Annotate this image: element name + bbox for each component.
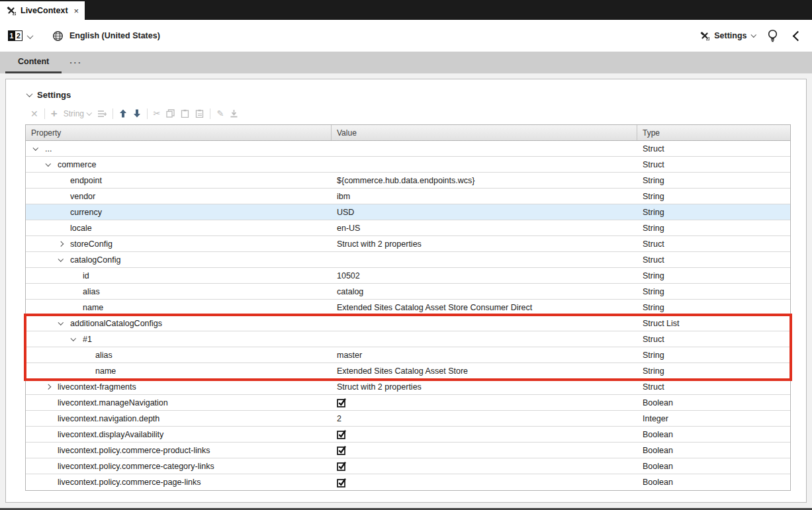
checked-checkbox-icon[interactable] xyxy=(337,429,347,439)
table-row[interactable]: vendoribmString xyxy=(26,189,790,204)
table-row[interactable]: catalogConfigStruct xyxy=(26,252,790,268)
workspace: Settings ✕ + String ✂ xyxy=(0,73,812,508)
table-row[interactable]: livecontext.displayAvailabilityBoolean xyxy=(26,427,790,443)
more-tabs-button[interactable]: ··· xyxy=(62,52,90,73)
type-cell: Struct xyxy=(637,252,790,267)
property-type-dropdown[interactable]: String xyxy=(64,109,91,118)
site-switcher-chevron-icon[interactable] xyxy=(28,30,32,42)
chevron-down-icon xyxy=(750,32,756,38)
collapse-node-chevron-icon[interactable] xyxy=(59,258,70,262)
table-row[interactable]: #1Struct xyxy=(26,331,790,347)
paste-special-button[interactable] xyxy=(195,109,204,118)
value-cell: en-US xyxy=(332,220,637,235)
collapse-panel-chevron-icon[interactable] xyxy=(793,30,803,41)
toolbar-separator xyxy=(210,108,210,119)
more-tabs-icon: ··· xyxy=(69,58,82,67)
property-name: livecontext.manageNavigation xyxy=(58,398,168,407)
type-cell: Integer xyxy=(637,411,790,426)
move-down-button[interactable] xyxy=(133,109,141,118)
tab-content[interactable]: Content xyxy=(5,52,62,73)
main-toolbar: 1 2 English (United States) Settings xyxy=(0,20,812,52)
property-name: locale xyxy=(70,224,92,233)
type-cell: Struct xyxy=(637,157,790,172)
globe-icon xyxy=(52,30,64,42)
copy-button[interactable] xyxy=(166,109,175,118)
add-multiple-properties-icon[interactable] xyxy=(97,110,107,118)
type-cell: Boolean xyxy=(637,443,790,458)
chevron-down-icon xyxy=(87,110,92,115)
remove-property-button[interactable]: ✕ xyxy=(30,109,38,118)
struct-property-table: Property Value Type ...StructcommerceStr… xyxy=(25,124,791,491)
table-row[interactable]: livecontext.navigation.depth2Integer xyxy=(26,411,790,427)
cut-button[interactable]: ✂ xyxy=(154,109,161,118)
value-cell: Struct with 2 properties xyxy=(332,379,637,394)
column-header-value[interactable]: Value xyxy=(332,125,637,140)
table-row[interactable]: livecontext.policy.commerce-product-link… xyxy=(26,443,790,458)
table-row[interactable]: livecontext.manageNavigationBoolean xyxy=(26,395,790,411)
type-cell: String xyxy=(637,204,790,220)
table-row[interactable]: nameExtended Sites Catalog Asset StoreSt… xyxy=(26,363,790,379)
column-header-property[interactable]: Property xyxy=(26,125,332,140)
table-row[interactable]: currencyUSDString xyxy=(26,204,790,220)
property-name: ... xyxy=(45,144,52,153)
value-cell: Struct with 2 properties xyxy=(332,236,637,251)
property-name: vendor xyxy=(70,192,95,201)
table-row[interactable]: commerceStruct xyxy=(26,157,790,173)
checked-checkbox-icon[interactable] xyxy=(337,478,347,488)
struct-editor-toolbar: ✕ + String ✂ xyxy=(25,104,791,124)
add-property-button[interactable]: + xyxy=(51,108,58,119)
collapse-node-chevron-icon[interactable] xyxy=(59,321,70,325)
value-cell: master xyxy=(332,347,637,362)
lightbulb-icon[interactable] xyxy=(767,29,778,43)
type-cell: String xyxy=(637,268,790,283)
value-cell xyxy=(332,316,637,331)
collapse-node-chevron-icon[interactable] xyxy=(71,337,83,341)
settings-menu-label: Settings xyxy=(714,31,746,40)
checked-checkbox-icon[interactable] xyxy=(337,398,347,407)
edit-button[interactable]: ✎ xyxy=(216,109,224,118)
type-cell: String xyxy=(637,300,790,315)
type-cell: String xyxy=(637,347,790,362)
table-row[interactable]: storeConfigStruct with 2 propertiesStruc… xyxy=(26,236,790,252)
table-row[interactable]: livecontext.policy.commerce-category-lin… xyxy=(26,458,790,474)
table-row[interactable]: additionalCatalogConfigsStruct List xyxy=(26,316,790,331)
paste-button[interactable] xyxy=(181,109,189,118)
checked-checkbox-icon[interactable] xyxy=(337,461,347,471)
value-cell xyxy=(332,427,637,442)
table-row[interactable]: localeen-USString xyxy=(26,220,790,236)
property-name: endpoint xyxy=(70,176,102,185)
site-indicator-badge[interactable]: 1 2 xyxy=(8,30,23,41)
table-row[interactable]: livecontext.policy.commerce-page-linksBo… xyxy=(26,474,790,490)
document-tab-livecontext[interactable]: LiveContext × xyxy=(0,1,85,20)
settings-section-header[interactable]: Settings xyxy=(25,86,791,104)
expand-node-chevron-icon[interactable] xyxy=(46,385,58,389)
collapse-node-chevron-icon[interactable] xyxy=(34,147,45,151)
property-name: livecontext.displayAvailability xyxy=(58,430,163,439)
move-up-button[interactable] xyxy=(119,109,127,118)
expand-node-chevron-icon[interactable] xyxy=(59,242,70,246)
checked-checkbox-icon[interactable] xyxy=(337,445,347,455)
download-button[interactable] xyxy=(230,109,238,118)
table-row[interactable]: livecontext-fragmentsStruct with 2 prope… xyxy=(26,379,790,395)
table-row[interactable]: endpoint${commerce.hub.data.endpoints.wc… xyxy=(26,173,790,189)
type-cell: Struct List xyxy=(637,316,790,331)
collapse-section-chevron-icon[interactable] xyxy=(26,91,33,97)
property-name: livecontext-fragments xyxy=(58,382,136,392)
column-header-type[interactable]: Type xyxy=(637,125,790,140)
table-row[interactable]: ...Struct xyxy=(26,141,790,157)
value-cell: 10502 xyxy=(332,268,637,283)
type-cell: String xyxy=(637,284,790,299)
table-row[interactable]: id10502String xyxy=(26,268,790,284)
settings-menu-button[interactable]: Settings xyxy=(700,31,755,40)
locale-label[interactable]: English (United States) xyxy=(69,31,160,40)
close-tab-icon[interactable]: × xyxy=(74,7,79,15)
collapse-node-chevron-icon[interactable] xyxy=(46,163,58,167)
property-name: catalogConfig xyxy=(70,255,120,265)
table-row[interactable]: aliasmasterString xyxy=(26,347,790,363)
property-name: currency xyxy=(70,208,102,217)
table-row[interactable]: aliascatalogString xyxy=(26,284,790,300)
table-row[interactable]: nameExtended Sites Catalog Asset Store C… xyxy=(26,300,790,316)
type-cell: String xyxy=(637,173,790,188)
tools-icon xyxy=(700,31,709,40)
value-cell xyxy=(332,443,637,458)
